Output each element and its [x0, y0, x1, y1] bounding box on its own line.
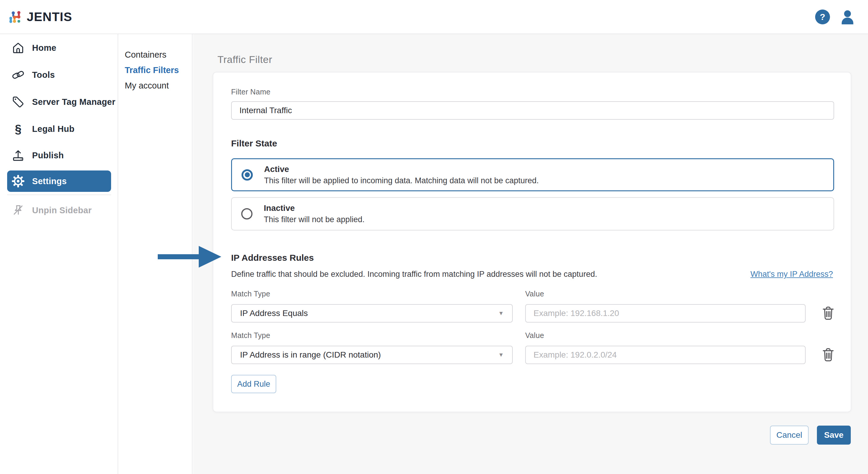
unpin-sidebar-label: Unpin Sidebar [32, 206, 92, 215]
trash-icon [821, 348, 835, 362]
jentis-logo-icon [9, 10, 23, 24]
sidebar-item-label: Publish [32, 151, 64, 160]
pin-slash-icon [11, 203, 25, 217]
trash-icon [821, 306, 835, 320]
subnav-item-traffic-filters[interactable]: Traffic Filters [125, 61, 179, 79]
sidebar-item-publish[interactable]: Publish [0, 147, 118, 164]
user-icon [840, 9, 855, 24]
option-title: Inactive [264, 203, 365, 213]
subnav-item-label: Traffic Filters [125, 65, 179, 75]
jentis-app: JENTIS ? Home [0, 0, 868, 474]
upload-icon [11, 149, 25, 162]
sidebar-item-label: Settings [32, 177, 67, 186]
cancel-button[interactable]: Cancel [770, 425, 809, 445]
sidebar-item-legal-hub[interactable]: § Legal Hub [0, 120, 118, 138]
sidebar-item-label: Tools [32, 70, 55, 80]
rule-value-input[interactable] [525, 304, 806, 322]
annotation-arrow-icon [158, 245, 222, 268]
match-type-label: Match Type [231, 331, 270, 340]
question-mark-icon: ? [820, 12, 825, 22]
sidebar-item-settings[interactable]: Settings [7, 170, 111, 192]
subnav-item-containers[interactable]: Containers [125, 46, 166, 64]
traffic-filter-card: Filter Name Filter State Active This fil… [213, 72, 851, 412]
match-type-label: Match Type [231, 290, 270, 298]
sidebar-item-tools[interactable]: Tools [0, 66, 118, 84]
top-actions: ? [815, 9, 855, 24]
sidebar-item-label: Legal Hub [32, 124, 74, 134]
link-icon [11, 68, 25, 82]
match-type-value: IP Address is in range (CIDR notation) [240, 350, 381, 360]
match-type-select[interactable]: IP Address Equals ▼ [231, 304, 513, 322]
top-bar: JENTIS ? [0, 0, 868, 34]
subnav-item-label: My account [125, 81, 169, 91]
chevron-down-icon: ▼ [498, 352, 504, 358]
home-icon [11, 41, 25, 55]
save-button[interactable]: Save [817, 425, 851, 445]
value-label: Value [525, 331, 544, 340]
filter-state-heading: Filter State [231, 138, 277, 149]
primary-sidebar: Home Tools Server Tag Manager § Legal [0, 34, 118, 474]
brand-logo: JENTIS [9, 10, 72, 24]
gear-icon [11, 174, 25, 188]
ip-rules-description: Define traffic that should be excluded. … [231, 270, 597, 279]
sidebar-item-server-tag-manager[interactable]: Server Tag Manager [0, 93, 118, 111]
sidebar-divider [7, 194, 111, 195]
filter-name-input[interactable] [231, 101, 834, 120]
option-description: This filter will be applied to incoming … [264, 176, 539, 185]
page-title: Traffic Filter [217, 54, 272, 65]
help-button[interactable]: ? [815, 9, 830, 24]
radio-selected-icon[interactable] [242, 169, 253, 181]
main-content: Traffic Filter Filter Name Filter State … [193, 34, 868, 474]
match-type-value: IP Address Equals [240, 309, 308, 318]
option-description: This filter will not be applied. [264, 215, 365, 224]
brand-name: JENTIS [27, 10, 72, 24]
radio-unselected-icon[interactable] [241, 208, 252, 219]
filter-state-option-inactive[interactable]: Inactive This filter will not be applied… [231, 197, 834, 230]
sidebar-item-label: Server Tag Manager [32, 97, 115, 107]
sidebar-item-label: Home [32, 43, 57, 53]
filter-name-label: Filter Name [231, 88, 271, 96]
user-menu-button[interactable] [840, 9, 855, 24]
subnav-item-label: Containers [125, 50, 166, 60]
filter-state-option-active[interactable]: Active This filter will be applied to in… [231, 158, 834, 191]
tag-icon [11, 95, 25, 109]
unpin-sidebar-button[interactable]: Unpin Sidebar [0, 201, 118, 219]
delete-rule-button[interactable] [821, 306, 835, 320]
value-label: Value [525, 290, 544, 298]
delete-rule-button[interactable] [821, 348, 835, 362]
subnav-item-my-account[interactable]: My account [125, 76, 169, 94]
option-title: Active [264, 164, 539, 174]
whats-my-ip-link[interactable]: What's my IP Address? [750, 270, 833, 279]
add-rule-button[interactable]: Add Rule [231, 375, 276, 393]
chevron-down-icon: ▼ [498, 310, 504, 317]
rule-value-input[interactable] [525, 346, 806, 364]
match-type-select[interactable]: IP Address is in range (CIDR notation) ▼ [231, 346, 513, 364]
sidebar-item-home[interactable]: Home [0, 39, 118, 57]
section-sign-icon: § [11, 122, 25, 136]
ip-rules-heading: IP Addresses Rules [231, 253, 314, 263]
